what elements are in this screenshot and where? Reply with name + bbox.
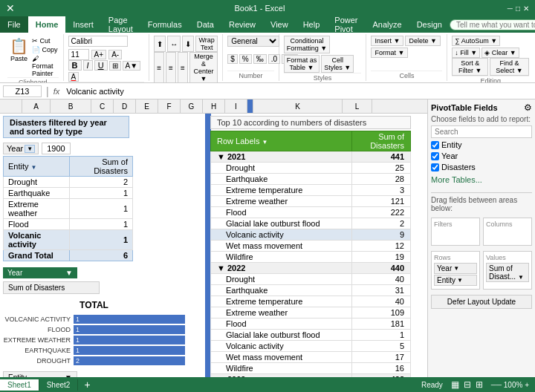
defer-layout-btn[interactable]: Defer Layout Update <box>431 295 532 309</box>
pivot-search-input[interactable] <box>431 125 532 138</box>
increase-font-btn[interactable]: A+ <box>91 50 107 59</box>
percent-btn[interactable]: $ <box>227 54 238 64</box>
autosum-btn[interactable]: ∑ AutoSum ▼ <box>452 36 500 46</box>
right-sum-header[interactable]: Sum of Disasters <box>352 131 411 151</box>
col-header-g[interactable]: G <box>181 99 203 113</box>
font-name-input[interactable] <box>68 36 128 47</box>
comma-btn[interactable]: % <box>239 54 252 64</box>
tab-insert[interactable]: Insert <box>65 16 101 33</box>
tab-sheet1[interactable]: Sheet1 <box>0 379 39 391</box>
fill-color-btn[interactable]: A▼ <box>123 61 141 71</box>
border-btn[interactable]: ⊞ <box>109 61 121 71</box>
year-filter-icon[interactable]: ▼ <box>25 145 35 153</box>
entity-slicer-icon[interactable]: ▼ <box>65 373 72 377</box>
format-btn[interactable]: Format ▼ <box>371 48 408 58</box>
bold-btn[interactable]: B <box>68 60 82 71</box>
field-year-label: Year <box>441 151 458 160</box>
slicer1-dropdown-icon[interactable]: ▼ <box>65 269 73 277</box>
inc-decimal-btn[interactable]: .0 <box>268 54 280 64</box>
tab-page-layout[interactable]: Page Layout <box>101 16 140 33</box>
conditional-format-btn[interactable]: ConditionalFormatting ▼ <box>284 36 330 53</box>
align-middle-btn[interactable]: ↔ <box>167 36 181 52</box>
field-year-checkbox[interactable] <box>431 152 439 160</box>
right-row-labels-header[interactable]: Row Labels ▼ <box>211 131 352 151</box>
format-painter-btn[interactable]: 🖌 Format Painter <box>32 55 59 77</box>
file-title: Book1 - Excel <box>18 4 502 13</box>
col-header-e[interactable]: E <box>136 99 158 113</box>
fill-btn[interactable]: ↓ Fill ▼ <box>452 48 480 58</box>
tab-help[interactable]: Help <box>296 16 328 33</box>
align-left-btn[interactable]: ≡ <box>154 52 164 83</box>
sort-filter-btn[interactable]: Sort & Filter ▼ <box>452 58 488 76</box>
underline-btn[interactable]: U <box>94 60 108 71</box>
col-header-b[interactable]: B <box>51 99 91 113</box>
tell-me-field[interactable] <box>450 19 535 30</box>
col-header-j[interactable] <box>247 99 253 113</box>
decrease-font-btn[interactable]: A- <box>108 50 122 59</box>
align-right-btn[interactable]: ≡ <box>178 52 188 83</box>
wrap-text-btn[interactable]: Wrap Text <box>195 36 218 52</box>
col-header-c[interactable]: C <box>91 99 114 113</box>
view-break-btn[interactable]: ⊞ <box>473 379 485 390</box>
italic-btn[interactable]: I <box>83 60 93 71</box>
view-normal-btn[interactable]: ▦ <box>449 379 461 390</box>
app-icon: ✕ <box>6 2 15 14</box>
align-top-btn[interactable]: ⬆ <box>154 36 166 52</box>
formula-bar: | fx <box>0 83 535 99</box>
view-layout-btn[interactable]: ⊟ <box>461 379 473 390</box>
format-table-btn[interactable]: Format asTable ▼ <box>284 55 320 73</box>
clear-btn[interactable]: ◈ Clear ▼ <box>482 48 519 58</box>
styles-label: Styles <box>284 73 362 82</box>
col-header-k[interactable]: K <box>253 99 343 113</box>
clipboard-label: Clipboard <box>7 77 59 83</box>
maximize-btn[interactable]: □ <box>516 4 520 13</box>
tab-data[interactable]: Data <box>189 16 221 33</box>
tab-file[interactable]: File <box>0 16 28 33</box>
close-btn[interactable]: ✕ <box>523 4 529 13</box>
field-disasters-checkbox[interactable] <box>431 163 439 172</box>
minimize-btn[interactable]: ─ <box>508 4 513 13</box>
font-color-btn[interactable]: A <box>68 72 80 82</box>
merge-center-btn[interactable]: Merge & Center ▼ <box>189 52 218 83</box>
align-bottom-btn[interactable]: ⬇ <box>182 36 194 52</box>
number-format-select[interactable]: General <box>227 36 279 47</box>
tell-me-input[interactable] <box>450 16 535 33</box>
font-size-input[interactable] <box>68 49 89 60</box>
chart-bar-drought: DROUGHT 2 <box>3 356 185 365</box>
entity-col-header[interactable]: Entity ▼ <box>4 157 70 177</box>
tab-view[interactable]: View <box>263 16 296 33</box>
formula-input[interactable] <box>64 86 532 97</box>
add-sheet-btn[interactable]: + <box>78 379 96 391</box>
pivot-settings-icon[interactable]: ⚙ <box>524 102 532 113</box>
right-pivot-row: Wildfire16 <box>211 363 411 374</box>
delete-btn[interactable]: Delete ▼ <box>405 36 440 46</box>
find-select-btn[interactable]: Find & Select ▼ <box>490 58 529 76</box>
tab-review[interactable]: Review <box>221 16 263 33</box>
col-header-h[interactable]: H <box>203 99 225 113</box>
cell-ref-box[interactable] <box>3 85 42 97</box>
cut-btn[interactable]: ✂ Cut <box>32 37 59 45</box>
field-entity-checkbox[interactable] <box>431 141 439 149</box>
zoom-slider[interactable]: ── 100% + <box>485 381 535 389</box>
year-filter-label: Year ▼ <box>3 143 39 154</box>
right-pivot-row: Extreme weather109 <box>211 307 411 318</box>
more-tables-link[interactable]: More Tables... <box>431 175 532 184</box>
tab-sheet2[interactable]: Sheet2 <box>39 379 79 391</box>
cell-styles-btn[interactable]: CellStyles ▼ <box>321 55 354 73</box>
col-header-i[interactable]: I <box>225 99 247 113</box>
copy-btn[interactable]: 📄 Copy <box>32 46 59 53</box>
sum-col-header[interactable]: Sum of Disasters <box>70 157 133 177</box>
col-header-f[interactable]: F <box>158 99 181 113</box>
col-header-d[interactable]: D <box>114 99 136 113</box>
tab-home[interactable]: Home <box>28 16 66 33</box>
tab-formulas[interactable]: Formulas <box>140 16 189 33</box>
col-header-l[interactable]: L <box>343 99 372 113</box>
col-header-a[interactable]: A <box>22 99 51 113</box>
tab-power-pivot[interactable]: Power Pivot <box>327 16 365 33</box>
paste-btn[interactable]: 📋 Paste <box>7 36 30 64</box>
comma2-btn[interactable]: ‰ <box>253 54 267 64</box>
insert-btn[interactable]: Insert ▼ <box>371 36 403 46</box>
align-center-btn[interactable]: ≡ <box>166 52 176 83</box>
tab-analyze[interactable]: Analyze <box>365 16 409 33</box>
tab-design[interactable]: Design <box>409 16 450 33</box>
